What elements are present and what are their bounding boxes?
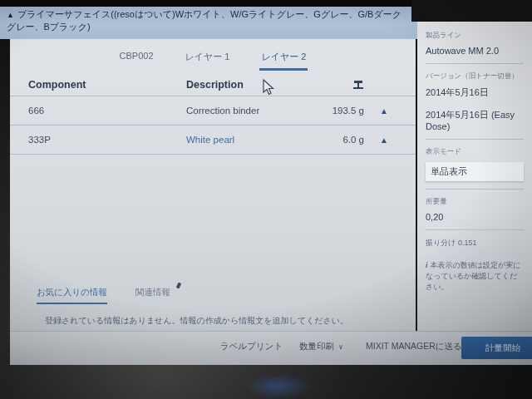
display-mode-label: 表示モード bbox=[426, 147, 524, 157]
warning-triangle-icon: ▲ bbox=[364, 135, 404, 145]
start-dosing-button[interactable]: 計量開始 bbox=[461, 337, 532, 359]
component-cell: 666 bbox=[28, 106, 186, 116]
display-mode-value: 単品表示 bbox=[431, 166, 467, 176]
tab-layer-2[interactable]: レイヤー 2 bbox=[259, 47, 308, 71]
info-tabs: お気に入りの情報 関連情報 bbox=[37, 287, 170, 304]
banner-text: プライマーサフェイス((resoはついて)Wホワイト、W/Gライトグレー、Gグレ… bbox=[7, 9, 401, 32]
send-to-manager-label: MIXIT MANAGERに送る bbox=[366, 341, 462, 351]
tab-related-info[interactable]: 関連情報 bbox=[135, 287, 170, 304]
product-line-label: 製品ライン bbox=[426, 31, 524, 41]
table-header: Component Description bbox=[10, 71, 416, 96]
product-line-value: Autowave MM 2.0 bbox=[426, 46, 524, 56]
send-to-manager-button[interactable]: MIXIT MANAGERに送る∨ bbox=[366, 341, 471, 352]
banner-warning-icon: ▲ bbox=[7, 11, 14, 19]
version-date-easy-dose[interactable]: 2014年5月16日 (Easy Dose) bbox=[426, 109, 524, 131]
version-label: バージョン（旧トナー切替） bbox=[426, 71, 524, 81]
start-dosing-label: 計量開始 bbox=[485, 342, 520, 354]
component-column-header: Component bbox=[28, 79, 186, 91]
table-row[interactable]: 333P White pearl 6.0 g ▲ bbox=[10, 126, 416, 155]
warning-triangle-icon: ▲ bbox=[364, 106, 404, 116]
label-print-button[interactable]: ラベルプリント bbox=[220, 341, 283, 352]
quantity-print-label: 数量印刷 bbox=[299, 341, 334, 351]
divider bbox=[426, 229, 524, 230]
empty-state-message: 登録されている情報はありません。情報の作成から情報文を追加してください。 bbox=[45, 315, 394, 327]
description-cell: White pearl bbox=[186, 135, 306, 145]
scale-icon[interactable] bbox=[306, 80, 364, 90]
tab-favorites-info[interactable]: お気に入りの情報 bbox=[37, 287, 107, 304]
details-sidebar: 製品ライン Autowave MM 2.0 バージョン（旧トナー切替） 2014… bbox=[417, 21, 532, 331]
photographed-laptop-screen: ▲プライマーサフェイス((resoはついて)Wホワイト、W/Gライトグレー、Gグ… bbox=[0, 0, 532, 399]
amount-cell: 193.5 g bbox=[306, 106, 364, 116]
description-column-header: Description bbox=[186, 79, 306, 91]
mouse-cursor bbox=[263, 79, 275, 96]
action-bar: ラベルプリント 数量印刷∨ MIXIT MANAGERに送る∨ 計量開始 bbox=[10, 331, 532, 365]
sidebar-note: i本表示の数値は設定が実になっているか確認してください。 bbox=[426, 260, 524, 293]
component-cell: 333P bbox=[28, 135, 186, 145]
tab-cbp002[interactable]: CBP002 bbox=[118, 47, 155, 71]
notice-banner: ▲プライマーサフェイス((resoはついて)Wホワイト、W/Gライトグレー、Gグ… bbox=[0, 6, 417, 39]
display-mode-select[interactable]: 単品表示 bbox=[426, 162, 524, 181]
note-text: 本表示の数値は設定が実になっているか確認してください。 bbox=[426, 261, 520, 291]
required-amount-label: 所要量 bbox=[426, 197, 524, 207]
description-cell: Correction binder bbox=[186, 106, 306, 116]
divider bbox=[426, 63, 524, 64]
layer-tabs: CBP002 レイヤー 1 レイヤー 2 bbox=[10, 39, 416, 71]
tab-layer-1[interactable]: レイヤー 1 bbox=[184, 47, 232, 71]
required-amount-value[interactable]: 0,20 bbox=[426, 212, 524, 222]
recipe-panel: CBP002 レイヤー 1 レイヤー 2 Component Descripti… bbox=[10, 39, 416, 331]
chevron-down-icon: ∨ bbox=[338, 343, 343, 351]
bezel-corner bbox=[411, 0, 532, 22]
divider bbox=[426, 189, 524, 190]
info-icon: i bbox=[426, 261, 428, 269]
divider bbox=[426, 139, 524, 140]
allocation-value: 振り分け 0.151 bbox=[426, 238, 524, 249]
taskbar-glow bbox=[245, 374, 312, 399]
screen-content: ▲プライマーサフェイス((resoはついて)Wホワイト、W/Gライトグレー、Gグ… bbox=[0, 0, 532, 399]
quantity-print-button[interactable]: 数量印刷∨ bbox=[299, 341, 343, 352]
table-row[interactable]: 666 Correction binder 193.5 g ▲ bbox=[10, 96, 416, 126]
amount-cell: 6.0 g bbox=[306, 135, 364, 145]
version-date[interactable]: 2014年5月16日 bbox=[426, 86, 524, 99]
